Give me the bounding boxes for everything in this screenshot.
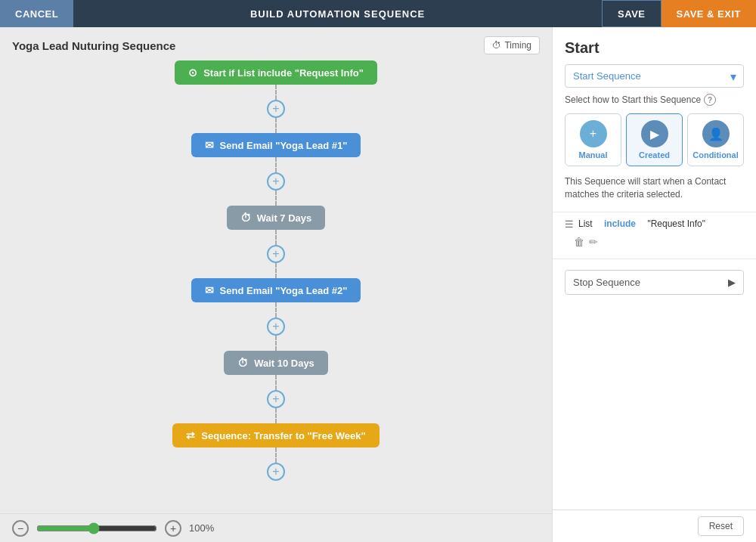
start-sequence-select[interactable]: Start Sequence: [565, 64, 744, 88]
connector: [275, 118, 277, 133]
conditional-option[interactable]: 👤 Conditional: [687, 113, 744, 166]
add-button-6[interactable]: +: [267, 463, 285, 481]
manual-label: Manual: [579, 150, 608, 160]
clock-icon: ⏱: [240, 212, 251, 224]
add-button-4[interactable]: +: [267, 317, 285, 336]
start-node[interactable]: ⊙ Start if List include "Request Info": [175, 60, 377, 85]
connector: [275, 336, 277, 351]
connector: [275, 263, 277, 278]
header-actions: SAVE SAVE & EXIT: [602, 0, 756, 27]
cancel-button[interactable]: CANCEL: [0, 0, 73, 27]
list-value: "Request Info": [647, 218, 705, 229]
stop-sequence-item[interactable]: Stop Sequence ▶: [565, 270, 744, 295]
include-word: include: [604, 218, 636, 229]
connector: [275, 190, 277, 206]
transfer-node[interactable]: ⇄ Sequence: Transfer to "Free Week": [172, 423, 379, 448]
zoom-in-button[interactable]: +: [165, 520, 181, 537]
wait1-node[interactable]: ⏱ Wait 7 Days: [227, 206, 326, 230]
canvas-scroll[interactable]: ⊙ Start if List include "Request Info" +…: [0, 60, 552, 513]
connector: [275, 157, 277, 172]
how-to-start-label: Select how to Start this Sequence ?: [553, 94, 756, 113]
connector: [275, 375, 277, 390]
delete-rule-button[interactable]: 🗑: [574, 236, 584, 248]
created-icon: ▶: [641, 120, 668, 147]
zoom-out-button[interactable]: −: [12, 520, 29, 537]
connector: [275, 85, 277, 100]
sequence-title: Yoga Lead Nuturing Sequence: [12, 39, 175, 52]
list-rule-actions: 🗑 ✏: [553, 233, 756, 256]
save-button[interactable]: SAVE: [602, 0, 661, 27]
sequence-description: This Sequence will start when a Contact …: [553, 175, 756, 209]
add-button-2[interactable]: +: [267, 172, 285, 190]
created-option[interactable]: ▶ Created: [626, 113, 683, 166]
connector: [275, 302, 277, 317]
zoom-level: 100%: [189, 522, 214, 534]
start-options: + Manual ▶ Created 👤 Conditional: [553, 113, 756, 175]
zoom-slider[interactable]: [36, 522, 157, 534]
manual-icon: +: [580, 120, 607, 147]
list-rule: ☰ List include "Request Info": [553, 215, 756, 233]
clock-icon: ⏱: [237, 357, 248, 369]
connector: [275, 448, 277, 463]
clock-icon: ⏱: [492, 40, 501, 51]
node-container: ⊙ Start if List include "Request Info" +…: [172, 60, 379, 481]
start-sequence-wrapper: Start Sequence: [565, 64, 744, 88]
panel-title: Start: [553, 27, 756, 64]
email-icon: ✉: [205, 139, 214, 151]
manual-option[interactable]: + Manual: [565, 113, 621, 166]
connector: [275, 408, 277, 423]
help-icon[interactable]: ?: [704, 94, 716, 106]
wait2-node[interactable]: ⏱ Wait 10 Days: [224, 351, 328, 375]
target-icon: ⊙: [188, 67, 197, 79]
transfer-icon: ⇄: [186, 429, 195, 441]
divider: [553, 212, 756, 212]
email2-node[interactable]: ✉ Send Email "Yoga Lead #2": [191, 278, 361, 302]
main-layout: Yoga Lead Nuturing Sequence ⏱ Timing ⊙ S…: [0, 27, 756, 542]
header-title: BUILD AUTOMATION SEQUENCE: [73, 8, 602, 20]
add-button-1[interactable]: +: [267, 100, 285, 118]
email1-node[interactable]: ✉ Send Email "Yoga Lead #1": [191, 133, 361, 157]
right-panel: Start Start Sequence Select how to Start…: [552, 27, 756, 542]
list-text: List: [578, 218, 593, 229]
edit-rule-button[interactable]: ✏: [589, 236, 598, 248]
list-icon: ☰: [565, 218, 574, 230]
panel-footer: Reset: [553, 509, 756, 542]
app-header: CANCEL BUILD AUTOMATION SEQUENCE SAVE SA…: [0, 0, 756, 27]
save-exit-button[interactable]: SAVE & EXIT: [662, 0, 756, 27]
chevron-right-icon: ▶: [728, 277, 736, 288]
conditional-icon: 👤: [702, 120, 730, 147]
divider-2: [553, 259, 756, 259]
created-label: Created: [639, 150, 670, 160]
add-button-5[interactable]: +: [267, 390, 285, 408]
canvas-header: Yoga Lead Nuturing Sequence ⏱ Timing: [0, 27, 552, 60]
email-icon: ✉: [205, 284, 214, 296]
canvas-area: Yoga Lead Nuturing Sequence ⏱ Timing ⊙ S…: [0, 27, 552, 542]
conditional-label: Conditional: [692, 150, 739, 160]
connector: [275, 230, 277, 245]
add-button-3[interactable]: +: [267, 245, 285, 263]
timing-button[interactable]: ⏱ Timing: [484, 36, 540, 54]
reset-button[interactable]: Reset: [698, 516, 744, 536]
canvas-footer: − + 100%: [0, 513, 552, 542]
